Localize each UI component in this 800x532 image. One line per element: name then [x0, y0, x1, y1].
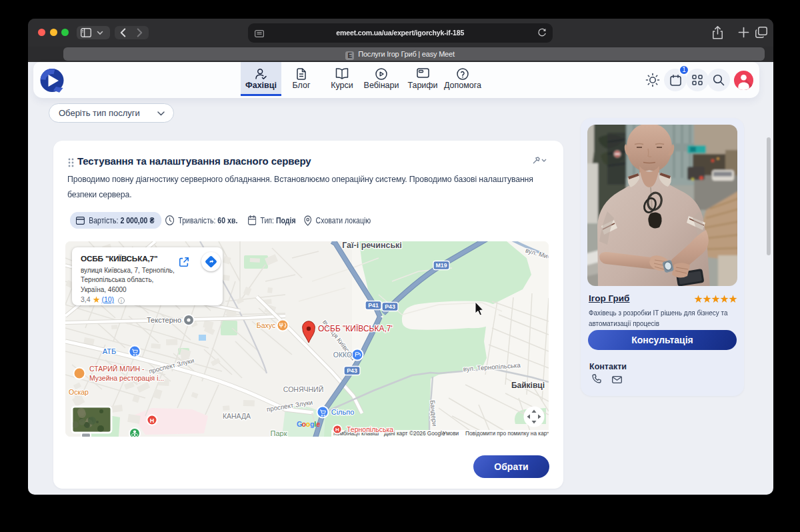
svg-text:Гаї-і речинські: Гаї-і речинські — [342, 241, 402, 250]
svg-text:СОНЯЧНИЙ: СОНЯЧНИЙ — [283, 385, 323, 393]
svg-text:КАНАДА: КАНАДА — [223, 412, 251, 420]
svg-text:P43: P43 — [347, 367, 357, 374]
svg-text:ОККО: ОККО — [333, 351, 352, 359]
svg-text:Байківці: Байківці — [511, 381, 545, 390]
svg-text:M19: M19 — [435, 262, 447, 269]
svg-text:e: e — [316, 420, 320, 428]
svg-text:Тернопільська: Тернопільська — [347, 425, 393, 433]
svg-text:Парк: Парк — [271, 429, 287, 437]
svg-text:АТБ: АТБ — [103, 347, 116, 355]
svg-text:Повідомити про помилку на карт: Повідомити про помилку на карті — [465, 430, 549, 437]
svg-text:Бахус: Бахус — [257, 321, 275, 329]
svg-text:Умови: Умови — [443, 430, 459, 437]
svg-text:Оскар: Оскар — [69, 388, 89, 396]
svg-text:P43: P43 — [385, 303, 395, 310]
svg-text:Музейна ресторація і...: Музейна ресторація і... — [89, 374, 164, 382]
svg-text:H: H — [335, 427, 339, 433]
svg-text:Текстерно: Текстерно — [147, 316, 181, 324]
svg-text:H: H — [150, 417, 155, 424]
svg-text:P41: P41 — [368, 302, 379, 309]
svg-text:СТАРИЙ МЛИН -: СТАРИЙ МЛИН - — [89, 365, 145, 373]
svg-text:Сільпо: Сільпо — [331, 408, 355, 416]
svg-text:ОСББ "КИЇВСЬКА,7': ОСББ "КИЇВСЬКА,7' — [318, 324, 393, 333]
